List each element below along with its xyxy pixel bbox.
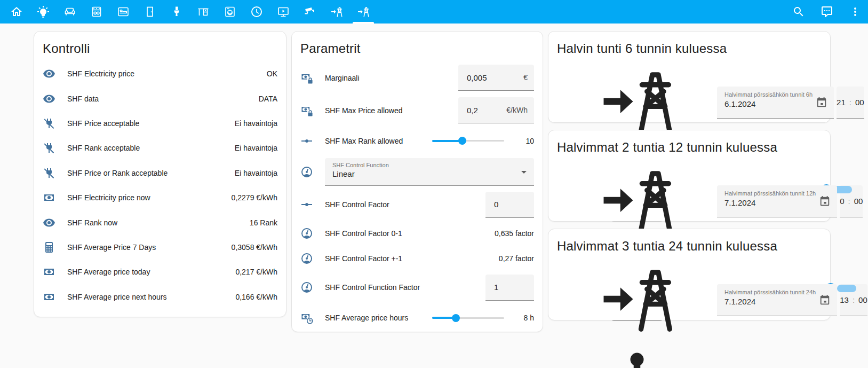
date-field-label: Halvimmat pörssisähkön tunnit 24h xyxy=(724,289,816,295)
cash-icon xyxy=(43,291,55,303)
tab-energy[interactable] xyxy=(323,0,350,24)
eye-icon xyxy=(43,92,55,105)
transmission-tower-icon xyxy=(357,5,370,18)
tab-lights[interactable] xyxy=(30,0,57,24)
toggle-row: Halvimmat perättäiset tunnit 24h xyxy=(548,346,830,368)
gauge-icon xyxy=(300,281,313,294)
field-label: SHF Max Rank allowed xyxy=(325,137,426,145)
tab-office[interactable] xyxy=(190,0,217,24)
entity-label: SHF Average price today xyxy=(67,268,235,276)
slider-value: 10 xyxy=(504,137,534,145)
toilet-icon xyxy=(170,5,183,18)
date-field-label: Halvimmat pörssisähkön tunnit 12h xyxy=(724,190,816,197)
tab-bathroom[interactable] xyxy=(163,0,190,24)
entity-row[interactable]: SHF Average price next hours0,166 €/kWh xyxy=(34,285,286,309)
tab-cameras[interactable] xyxy=(297,0,323,24)
home-icon xyxy=(10,5,23,18)
date-field-value: 7.1.2024 xyxy=(724,297,816,306)
power-plug-off-icon xyxy=(43,167,55,179)
control-function-factor-input[interactable]: 1 xyxy=(485,275,534,301)
date-field[interactable]: Halvimmat pörssisähkön tunnit 12h 7.1.20… xyxy=(717,185,837,217)
entity-row[interactable]: SHF Electricity price now0,2279 €/kWh xyxy=(34,185,286,210)
washing-machine-icon xyxy=(224,5,236,18)
tab-bedroom[interactable] xyxy=(110,0,137,24)
app-header xyxy=(0,0,868,24)
number-row: SHF Control Function Factor 1 xyxy=(292,271,543,304)
hour-value: 0 xyxy=(840,197,844,206)
entity-row[interactable]: SHF Average Price 7 Days0,3058 €/kWh xyxy=(34,235,286,260)
ray-vertex-icon xyxy=(300,198,313,211)
field-label: SHF Control Function Factor xyxy=(325,283,485,292)
max-price-input[interactable]: 0,2 €/kWh xyxy=(458,97,534,123)
chevron-down-icon xyxy=(521,171,527,174)
monitor-icon xyxy=(277,5,290,18)
marginaali-input[interactable]: 0,005 € xyxy=(458,65,534,91)
datetime-row: Halvimmat pörssisähkön tunnit 24h 7.1.20… xyxy=(548,259,830,341)
max-rank-slider[interactable] xyxy=(432,136,504,146)
entity-row[interactable]: SHF Rank acceptableEi havaintoja xyxy=(34,136,286,160)
entity-row[interactable]: SHF Electricity priceOK xyxy=(34,61,286,86)
minute-value: 00 xyxy=(858,295,867,304)
entity-row[interactable]: SHF Control Factor 0-1 0,635 factor xyxy=(292,221,543,246)
entity-row[interactable]: SHF Price or Rank acceptableEi havaintoj… xyxy=(34,161,286,185)
tab-livingroom[interactable] xyxy=(57,0,83,24)
number-row: Marginaali 0,005 € xyxy=(292,61,543,94)
date-field[interactable]: Halvimmat pörssisähkön tunnit 24h 7.1.20… xyxy=(717,284,837,316)
control-function-select[interactable]: SHF Control Function Linear xyxy=(325,158,534,186)
entity-row[interactable]: SHF Control Factor +-1 0,27 factor xyxy=(292,246,543,271)
bed-icon xyxy=(117,5,130,18)
input-value: 0,2 xyxy=(467,106,478,115)
search-button[interactable] xyxy=(792,5,805,18)
entity-value: 0,635 factor xyxy=(495,229,534,238)
cash-lock-icon xyxy=(300,72,313,84)
select-row: SHF Control Function Linear xyxy=(292,155,543,189)
calendar-icon[interactable] xyxy=(819,195,831,207)
cheapest-hours-column: Halvin tunti 6 tunnin kuluessa Halvimmat… xyxy=(548,31,831,332)
time-separator: : xyxy=(848,197,850,206)
minute-value: 00 xyxy=(855,98,864,107)
date-field[interactable]: Halvimmat pörssisähkön tunnit 6h 6.1.202… xyxy=(717,87,834,119)
entity-row[interactable]: SHF Price acceptableEi havaintoja xyxy=(34,111,286,136)
input-value: 0 xyxy=(494,200,498,209)
cheapest-24h-card: Halvimmat 3 tuntia 24 tunnin kuluessa Ha… xyxy=(548,229,831,320)
calendar-icon[interactable] xyxy=(816,97,827,108)
date-field-value: 6.1.2024 xyxy=(724,99,813,108)
assist-button[interactable] xyxy=(821,5,833,18)
slider-thumb[interactable] xyxy=(458,137,466,145)
slider-thumb[interactable] xyxy=(452,314,460,322)
time-field[interactable]: 21 : 00 xyxy=(837,87,864,119)
dots-vertical-icon xyxy=(849,5,862,18)
entity-row[interactable]: SHF Average price today0,217 €/kWh xyxy=(34,260,286,284)
sofa-icon xyxy=(63,5,76,18)
input-unit: €/kWh xyxy=(502,106,528,114)
tab-kitchen[interactable] xyxy=(83,0,110,24)
control-factor-input[interactable]: 0 xyxy=(485,192,534,218)
overflow-menu-button[interactable] xyxy=(849,5,862,18)
tab-door[interactable] xyxy=(137,0,163,24)
cash-clock-icon xyxy=(300,311,313,324)
average-price-hours-slider[interactable] xyxy=(432,313,504,323)
entity-label: SHF Control Factor +-1 xyxy=(325,254,499,263)
tab-media[interactable] xyxy=(270,0,297,24)
cctv-icon xyxy=(304,5,316,18)
tab-laundry[interactable] xyxy=(217,0,243,24)
calendar-icon[interactable] xyxy=(819,294,831,306)
time-separator: : xyxy=(849,98,851,107)
power-plug-off-icon xyxy=(43,117,55,130)
tab-clock[interactable] xyxy=(243,0,270,24)
cash-icon xyxy=(43,265,55,278)
entity-row[interactable]: SHF Rank now16 Rank xyxy=(34,210,286,234)
hour-value: 13 xyxy=(840,295,849,304)
ray-vertex-icon xyxy=(300,135,313,147)
gauge-icon xyxy=(300,166,313,178)
entity-value: OK xyxy=(267,69,277,78)
cash-icon xyxy=(43,191,55,204)
entity-row[interactable]: SHF dataDATA xyxy=(34,86,286,111)
gauge-icon xyxy=(300,252,313,265)
tab-electricity-selected[interactable] xyxy=(350,0,377,24)
transmission-tower-icon xyxy=(330,5,343,18)
select-label: SHF Control Function xyxy=(332,162,516,168)
tab-home[interactable] xyxy=(3,0,30,24)
header-actions xyxy=(792,5,868,18)
card-title: Halvin tunti 6 tunnin kuluessa xyxy=(557,41,822,56)
